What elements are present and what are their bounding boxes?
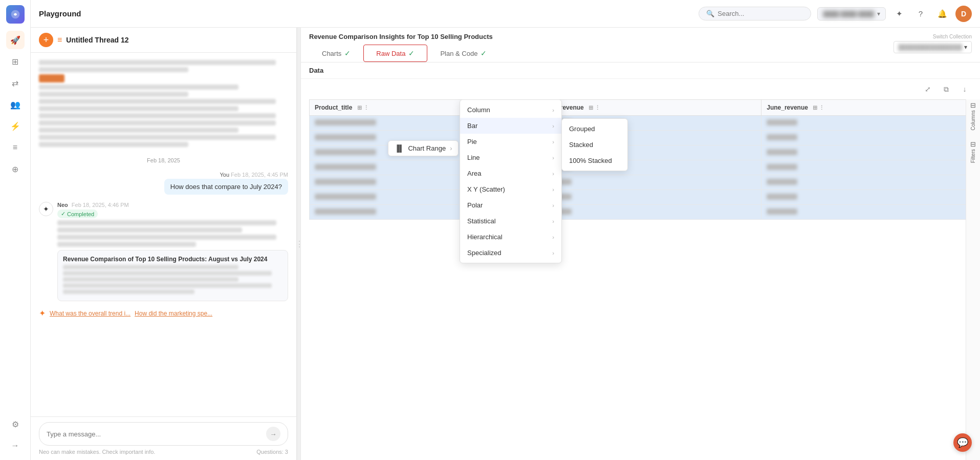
col-august: August_revenue ⊞ ⋮ bbox=[530, 100, 761, 116]
ai-button[interactable]: ✦ bbox=[891, 6, 907, 22]
menu-xy-label: X Y (Scatter) bbox=[467, 185, 505, 193]
suggestion-chips: ✦ What was the overall trend i... How di… bbox=[39, 308, 288, 318]
suggestion-chip-2[interactable]: How did the marketing spe... bbox=[135, 308, 212, 318]
menu-column-label: Column bbox=[467, 106, 490, 114]
sidebar-item-flows[interactable]: ⚡ bbox=[6, 117, 25, 135]
data-tabs: Charts ✓ Raw Data ✓ Plan & Code ✓ bbox=[309, 45, 972, 62]
chat-input-row: → bbox=[39, 422, 288, 446]
blurred-product-6: Product Title 6 bbox=[315, 194, 376, 200]
sidebar-item-users[interactable]: 👥 bbox=[6, 95, 25, 114]
panel-divider[interactable]: ⋮ bbox=[297, 28, 301, 460]
result-blurred-3 bbox=[63, 277, 238, 282]
filters-label: Filters bbox=[970, 149, 976, 163]
sidebar-item-list[interactable]: ≡ bbox=[6, 138, 25, 157]
sidebar-item-dashboard[interactable]: ⊞ bbox=[6, 52, 25, 71]
bar-chart-icon: ▐▌ bbox=[395, 144, 404, 152]
submenu-item-grouped[interactable]: Grouped bbox=[562, 121, 627, 137]
grouped-label: Grouped bbox=[569, 125, 595, 133]
blurred-message-4 bbox=[39, 92, 188, 97]
blurred-june-5: ### bbox=[767, 179, 797, 185]
collection-value: ████████████████ bbox=[898, 44, 962, 50]
col-product-actions[interactable]: ⊞ ⋮ bbox=[357, 104, 369, 111]
questions-count: Questions: 3 bbox=[256, 449, 288, 455]
tab-raw-data[interactable]: Raw Data ✓ bbox=[363, 45, 427, 62]
sidebar-item-home[interactable]: 🚀 bbox=[6, 31, 25, 49]
neo-message-group: ✦ Neo Feb 18, 2025, 4:46 PM ✓ Completed bbox=[39, 202, 288, 301]
column-chevron: › bbox=[552, 107, 554, 113]
blurred-message-7 bbox=[39, 113, 276, 118]
support-bubble[interactable]: 💬 bbox=[953, 433, 972, 452]
sidebar-item-settings[interactable]: ⚙ bbox=[6, 415, 25, 433]
right-panel-sidebar: ⊟ Columns ⊟ Filters bbox=[966, 99, 980, 460]
expand-icon[interactable]: ⤢ bbox=[921, 82, 935, 96]
menu-item-column[interactable]: Column › bbox=[460, 102, 561, 118]
columns-toggle[interactable]: ⊟ Columns bbox=[970, 101, 976, 130]
user-selector[interactable]: ████ ████ ████ ▾ bbox=[817, 7, 886, 20]
menu-item-hierarchical[interactable]: Hierarchical › bbox=[460, 229, 561, 245]
external-link-icon[interactable]: ⧉ bbox=[939, 82, 953, 96]
user-avatar[interactable]: D bbox=[955, 6, 972, 22]
chart-range-chevron: › bbox=[450, 144, 452, 152]
neo-meta: Neo Feb 18, 2025, 4:46 PM bbox=[57, 202, 288, 208]
100-stacked-label: 100% Stacked bbox=[569, 157, 612, 164]
message-input[interactable] bbox=[47, 430, 262, 438]
blurred-message-9 bbox=[39, 128, 238, 133]
switch-collection-select[interactable]: ████████████████ ▾ bbox=[894, 41, 972, 53]
notifications-button[interactable]: 🔔 bbox=[934, 6, 950, 22]
blurred-product-3: Product Title 3 bbox=[315, 149, 376, 155]
menu-item-specialized[interactable]: Specialized › bbox=[460, 245, 561, 261]
sidebar-item-routes[interactable]: ⇄ bbox=[6, 74, 25, 92]
tab-charts[interactable]: Charts ✓ bbox=[309, 45, 363, 62]
cell-june-7: ### bbox=[761, 205, 972, 220]
suggestion-chip-1[interactable]: What was the overall trend i... bbox=[50, 308, 130, 318]
blurred-message-8 bbox=[39, 120, 276, 126]
table-row: Product Title 4 $#### ### bbox=[310, 160, 972, 175]
blurred-tag bbox=[39, 74, 288, 82]
search-input[interactable] bbox=[717, 10, 803, 17]
cell-august-5: $#### bbox=[530, 175, 761, 190]
send-button[interactable]: → bbox=[266, 427, 280, 441]
tab-raw-data-label: Raw Data bbox=[376, 50, 405, 57]
menu-item-statistical[interactable]: Statistical › bbox=[460, 213, 561, 229]
cell-june-4: ### bbox=[761, 160, 972, 175]
new-thread-button[interactable]: + bbox=[39, 33, 53, 47]
data-table: Product_title ⊞ ⋮ August_revenue ⊞ ⋮ Jun… bbox=[309, 99, 972, 220]
cell-august-7: $#### bbox=[530, 205, 761, 220]
data-panel-title: Revenue Comparison Insights for Top 10 S… bbox=[309, 33, 972, 40]
hamburger-icon[interactable]: ≡ bbox=[57, 35, 62, 45]
completed-badge: ✓ Completed bbox=[57, 210, 98, 218]
user-message-meta: You Feb 18, 2025, 4:45 PM bbox=[220, 172, 288, 178]
neo-blurred-1 bbox=[57, 220, 276, 225]
result-blurred-5 bbox=[63, 289, 194, 294]
help-button[interactable]: ? bbox=[912, 6, 929, 22]
data-header: Revenue Comparison Insights for Top 10 S… bbox=[301, 28, 980, 62]
search-icon: 🔍 bbox=[706, 10, 714, 17]
tab-plan-code[interactable]: Plan & Code ✓ bbox=[427, 45, 499, 62]
cell-june-3: ### bbox=[761, 145, 972, 160]
cell-june-1: ### bbox=[761, 116, 972, 131]
blurred-product-2: Product Title 2 bbox=[315, 134, 376, 140]
download-icon[interactable]: ↓ bbox=[957, 82, 972, 96]
blurred-message-2 bbox=[39, 67, 188, 72]
col-june-actions[interactable]: ⊞ ⋮ bbox=[813, 104, 824, 111]
data-section-label: Data bbox=[301, 62, 980, 79]
filters-toggle[interactable]: ⊟ Filters bbox=[970, 140, 976, 163]
menu-item-bar[interactable]: Bar › bbox=[460, 118, 561, 134]
menu-item-xy[interactable]: X Y (Scatter) › bbox=[460, 181, 561, 197]
neo-spark-icon: ✦ bbox=[39, 308, 46, 318]
tab-charts-label: Charts bbox=[322, 50, 341, 57]
col-august-actions[interactable]: ⊞ ⋮ bbox=[589, 104, 600, 111]
menu-item-area[interactable]: Area › bbox=[460, 165, 561, 181]
sidebar-item-collapse[interactable]: → bbox=[6, 436, 25, 455]
chart-range-badge[interactable]: ▐▌ Chart Range › bbox=[388, 140, 459, 156]
sidebar-item-add[interactable]: ⊕ bbox=[6, 160, 25, 178]
search-bar[interactable]: 🔍 bbox=[699, 7, 811, 20]
menu-item-pie[interactable]: Pie › bbox=[460, 134, 561, 150]
submenu-item-100-stacked[interactable]: 100% Stacked bbox=[562, 153, 627, 169]
menu-item-line[interactable]: Line › bbox=[460, 150, 561, 165]
menu-item-polar[interactable]: Polar › bbox=[460, 197, 561, 213]
blurred-product-1: Product Title bbox=[315, 119, 376, 126]
submenu-item-stacked[interactable]: Stacked bbox=[562, 137, 627, 153]
support-icon: 💬 bbox=[957, 437, 968, 448]
bar-submenu: Grouped Stacked 100% Stacked bbox=[561, 118, 628, 171]
